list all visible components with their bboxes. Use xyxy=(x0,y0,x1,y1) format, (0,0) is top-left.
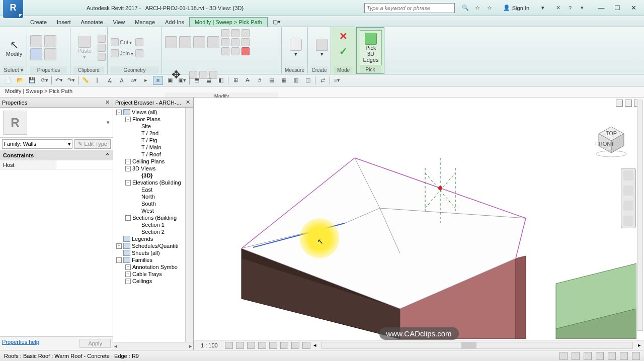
qat-icon-6[interactable]: # xyxy=(255,76,265,85)
properties-icon[interactable] xyxy=(30,35,42,47)
tree-item[interactable]: -Floor Plans xyxy=(113,116,185,123)
status-drag-icon[interactable] xyxy=(608,352,616,360)
detail-level-icon[interactable] xyxy=(225,342,233,349)
tree-item[interactable]: North xyxy=(113,193,185,200)
visual-style-icon[interactable] xyxy=(236,342,244,349)
tree-toggle-icon[interactable]: - xyxy=(125,215,131,221)
join-geometry-button[interactable]: Join ▾ xyxy=(111,49,133,57)
app-menu-icon[interactable]: R xyxy=(3,0,23,18)
lock-3d-icon[interactable] xyxy=(302,342,310,349)
tree-toggle-icon[interactable]: + xyxy=(125,264,131,270)
delete-icon[interactable] xyxy=(242,47,250,55)
tree-item[interactable]: -Sections (Building xyxy=(113,214,185,221)
mirror-axis-icon[interactable] xyxy=(193,36,205,48)
nav-zoom-icon[interactable] xyxy=(623,201,633,211)
tab-annotate[interactable]: Annotate xyxy=(76,18,108,27)
qat-icon-5[interactable]: A̶ xyxy=(243,76,253,85)
tree-item[interactable]: Legends xyxy=(113,235,185,242)
cancel-mode-button[interactable]: ✕ xyxy=(337,29,351,43)
rendering-icon[interactable] xyxy=(269,342,277,349)
qat-icon-12[interactable]: ≡▾ xyxy=(332,76,342,85)
view-scale[interactable]: 1 : 100 xyxy=(197,342,222,348)
qat-close-inactive-icon[interactable]: ▣ xyxy=(165,76,175,85)
sign-in-button[interactable]: 👤 Sign In ▾ xyxy=(498,5,549,11)
shadows-icon[interactable] xyxy=(258,342,266,349)
create-button[interactable]: ▾ xyxy=(311,30,333,65)
hscroll-left-icon[interactable]: ◂ xyxy=(313,342,316,348)
status-link-icon[interactable] xyxy=(572,352,580,360)
tree-item[interactable]: -Families xyxy=(113,256,185,263)
qat-icon-9[interactable]: ▥ xyxy=(291,76,301,85)
mirror-draw-icon[interactable] xyxy=(207,36,219,48)
browser-vscrollbar[interactable] xyxy=(185,108,193,342)
tree-toggle-icon[interactable]: - xyxy=(125,180,131,186)
tree-item[interactable]: +Ceilings xyxy=(113,278,185,285)
status-select-icon[interactable] xyxy=(559,352,568,360)
subscription-icon[interactable]: ☆ xyxy=(473,4,482,13)
status-pin-icon[interactable] xyxy=(584,352,592,360)
tree-item[interactable]: T / 2nd xyxy=(113,130,185,137)
tree-item[interactable]: -3D Views xyxy=(113,165,185,172)
tree-item[interactable]: +Cable Trays xyxy=(113,270,185,278)
qat-icon-10[interactable]: ◫ xyxy=(303,76,313,85)
tree-toggle-icon[interactable]: + xyxy=(125,279,131,284)
qat-section-icon[interactable]: ▸ xyxy=(141,76,151,85)
crop-view-icon[interactable] xyxy=(280,342,288,349)
tree-item[interactable]: Section 2 xyxy=(113,228,185,235)
qat-undo-icon[interactable]: ↶▾ xyxy=(54,76,64,85)
qat-new-icon[interactable]: 📄 xyxy=(3,76,13,85)
status-filter-icon[interactable] xyxy=(620,352,628,360)
tree-item[interactable]: T / Main xyxy=(113,144,185,151)
close-button[interactable]: ✕ xyxy=(630,5,637,12)
minimize-button[interactable]: — xyxy=(598,5,605,12)
qat-text-icon[interactable]: A xyxy=(117,76,127,85)
qat-3d-icon[interactable]: ⌂▾ xyxy=(129,76,139,85)
trim-icon[interactable] xyxy=(221,47,229,55)
status-face-icon[interactable] xyxy=(596,352,604,360)
tab-overflow-icon[interactable]: ▢▾ xyxy=(268,17,286,27)
tree-item[interactable]: Sheets (all) xyxy=(113,249,185,256)
view-cube[interactable]: TOP FRONT xyxy=(594,123,629,158)
qat-icon-7[interactable]: ▤ xyxy=(267,76,277,85)
tab-create[interactable]: Create xyxy=(25,18,52,27)
tree-item[interactable]: West xyxy=(113,207,185,214)
tree-toggle-icon[interactable]: - xyxy=(125,117,131,122)
cut-geometry-button[interactable]: Cut ▾ xyxy=(111,38,133,46)
qat-icon-2[interactable]: ⬓ xyxy=(204,76,214,85)
finish-mode-button[interactable]: ✓ xyxy=(337,44,351,58)
qat-redo-icon[interactable]: ↷▾ xyxy=(66,76,76,85)
qat-thinlines-icon[interactable]: ≡ xyxy=(153,76,163,85)
tab-modify-sweep[interactable]: Modify | Sweep > Pick Path xyxy=(189,17,268,27)
navigation-bar[interactable] xyxy=(621,168,636,228)
help-icon[interactable]: ? xyxy=(566,4,575,13)
qat-icon-8[interactable]: ▦ xyxy=(279,76,289,85)
tab-view[interactable]: View xyxy=(108,18,130,27)
apply-button[interactable]: Apply xyxy=(79,339,111,348)
qat-align-icon[interactable]: ∥ xyxy=(93,76,103,85)
search-icon[interactable]: 🔍 xyxy=(461,4,470,13)
qat-save-icon[interactable]: 💾 xyxy=(27,76,37,85)
move-icon[interactable] xyxy=(221,29,229,37)
align-icon[interactable] xyxy=(165,36,177,48)
sun-path-icon[interactable] xyxy=(247,342,255,349)
crop-region-icon[interactable] xyxy=(291,342,299,349)
match-icon[interactable] xyxy=(98,35,106,43)
tree-toggle-icon[interactable]: + xyxy=(125,272,131,277)
constraints-section-header[interactable]: Constraints⌃ xyxy=(0,151,113,160)
hscroll-right-icon[interactable]: ▸ xyxy=(638,342,641,348)
tree-item[interactable]: +Schedules/Quantiti xyxy=(113,242,185,249)
tree-item[interactable]: East xyxy=(113,186,185,193)
move-tool-button[interactable]: ✥ xyxy=(165,57,187,93)
qat-angle-icon[interactable]: ∡ xyxy=(105,76,115,85)
tree-toggle-icon[interactable]: - xyxy=(116,257,122,263)
tree-item[interactable]: +Annotation Symbo xyxy=(113,263,185,270)
favorite-icon[interactable]: ☆ xyxy=(485,4,494,13)
status-count-icon[interactable] xyxy=(632,352,640,360)
nav-orbit-icon[interactable] xyxy=(623,216,633,226)
tree-item[interactable]: -Elevations (Building xyxy=(113,179,185,186)
brush-icon[interactable] xyxy=(98,53,106,61)
prop-host-value[interactable] xyxy=(56,160,62,169)
measure-button[interactable]: ▾ xyxy=(285,30,307,65)
tree-item[interactable]: South xyxy=(113,200,185,207)
type-selector-dropdown-icon[interactable]: ▾ xyxy=(107,119,110,126)
